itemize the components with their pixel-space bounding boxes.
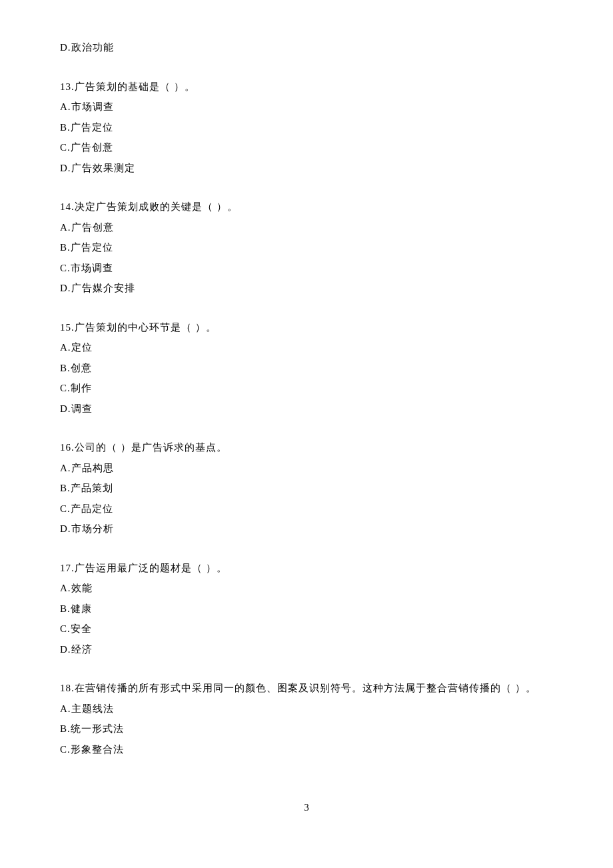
question-stem: 14.决定广告策划成败的关键是（ ）。 xyxy=(60,199,553,215)
question-stem: 13.广告策划的基础是（ ）。 xyxy=(60,79,553,95)
option-c: C.形象整合法 xyxy=(60,742,553,757)
option-b: B.广告定位 xyxy=(60,120,553,135)
option-c: C.制作 xyxy=(60,381,553,396)
option-a: A.产品构思 xyxy=(60,461,553,476)
option-text: D.政治功能 xyxy=(60,40,553,55)
option-c: C.安全 xyxy=(60,621,553,637)
question-stem: 15.广告策划的中心环节是（ ）。 xyxy=(60,320,553,335)
option-d: D.广告媒介安排 xyxy=(60,281,553,296)
option-c: C.广告创意 xyxy=(60,140,553,155)
question-17: 17.广告运用最广泛的题材是（ ）。 A.效能 B.健康 C.安全 D.经济 xyxy=(60,561,553,657)
option-b: B.健康 xyxy=(60,601,553,617)
option-a: A.定位 xyxy=(60,340,553,355)
option-a: A.效能 xyxy=(60,581,553,596)
question-13: 13.广告策划的基础是（ ）。 A.市场调查 B.广告定位 C.广告创意 D.广… xyxy=(60,79,553,176)
question-stem: 17.广告运用最广泛的题材是（ ）。 xyxy=(60,561,553,576)
option-d: D.市场分析 xyxy=(60,521,553,537)
page-number: 3 xyxy=(0,800,613,815)
option-b: B.产品策划 xyxy=(60,481,553,496)
option-a: A.市场调查 xyxy=(60,99,553,115)
option-a: A.广告创意 xyxy=(60,220,553,235)
question-stem: 16.公司的（ ）是广告诉求的基点。 xyxy=(60,440,553,455)
option-d: D.经济 xyxy=(60,642,553,657)
option-d: D.调查 xyxy=(60,401,553,417)
question-16: 16.公司的（ ）是广告诉求的基点。 A.产品构思 B.产品策划 C.产品定位 … xyxy=(60,440,553,537)
option-a: A.主题线法 xyxy=(60,701,553,717)
option-d: D.广告效果测定 xyxy=(60,161,553,176)
option-b: B.统一形式法 xyxy=(60,721,553,737)
orphan-option-block: D.政治功能 xyxy=(60,40,553,55)
option-b: B.创意 xyxy=(60,361,553,376)
question-18: 18.在营销传播的所有形式中采用同一的颜色、图案及识别符号。这种方法属于整合营销… xyxy=(60,681,553,757)
question-stem: 18.在营销传播的所有形式中采用同一的颜色、图案及识别符号。这种方法属于整合营销… xyxy=(60,681,553,696)
question-15: 15.广告策划的中心环节是（ ）。 A.定位 B.创意 C.制作 D.调查 xyxy=(60,320,553,417)
option-c: C.产品定位 xyxy=(60,501,553,517)
option-b: B.广告定位 xyxy=(60,240,553,255)
option-c: C.市场调查 xyxy=(60,261,553,276)
question-14: 14.决定广告策划成败的关键是（ ）。 A.广告创意 B.广告定位 C.市场调查… xyxy=(60,199,553,296)
